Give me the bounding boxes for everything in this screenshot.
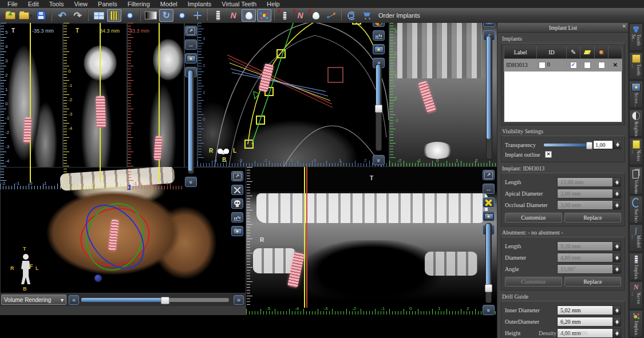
open-project-button[interactable] [3,9,17,22]
field-spinbox[interactable]: 15,00° [557,264,621,274]
menu-item[interactable]: Model [155,0,183,8]
close-icon[interactable]: ✕ [622,24,626,29]
panoramic-viewport[interactable]: T R -5-4-3-2-1012 ↗ ↔ » » [246,167,497,315]
axial-viewport[interactable]: F R L B 43210 -4-3-2-1012 ↗ » [197,0,389,167]
contrast-button[interactable] [144,9,158,22]
field-spinbox[interactable]: 3,00 mm [557,189,621,198]
open-recent-button[interactable]: ▾ [18,9,33,22]
volume-scrollbar[interactable] [81,298,229,302]
order-cart-button[interactable] [360,9,374,22]
skull-visibility-button[interactable] [231,198,243,209]
menu-item[interactable]: Help [262,0,285,8]
spinner-buttons[interactable] [613,253,621,262]
order-implants-label[interactable]: Order Implants [378,12,420,19]
snapshot-button[interactable] [483,211,495,221]
menu-item[interactable]: Virtual Teeth [216,0,262,8]
reset-view-button[interactable]: ↻ [159,9,173,22]
spinner-buttons[interactable] [613,306,621,315]
tooth-position-box[interactable] [328,67,343,82]
side-tab[interactable]: Tooth Se.. [629,23,643,51]
highlight-cell[interactable] [580,59,594,71]
layout-grid-button[interactable] [92,9,106,22]
scroll-down-button[interactable]: » [185,177,197,187]
field-spinbox[interactable]: 13,00 mm [557,177,621,187]
field-spinbox[interactable]: 3,00 mm [557,200,621,210]
lock-cell[interactable] [594,59,608,71]
panels-config-button[interactable] [107,9,121,22]
implant-graphic[interactable] [96,96,106,128]
curve-edit-button[interactable] [483,197,495,208]
scrollbar-thumb[interactable] [487,36,491,139]
spinner-buttons[interactable] [613,178,621,186]
add-implant-button[interactable]: + [278,9,292,22]
side-tab[interactable]: Brightne... [629,109,643,137]
spinner-buttons[interactable] [613,141,621,149]
arch-handle[interactable] [245,140,253,148]
slider-handle[interactable] [375,105,382,113]
zoom-tool-button[interactable] [175,9,189,22]
sagittal-viewport[interactable]: T 1, 0, IDH3013, 0° 3210-1 -2-1012 ↗ » [389,0,497,167]
side-tab[interactable]: Scree... [629,81,643,108]
slice-scrollbar[interactable] [486,35,492,160]
fit-view-button[interactable]: ↔ [483,184,495,194]
side-tab[interactable]: Volume... [629,166,643,194]
implant-table-row[interactable]: IDH3013 0 ✓ ✕ [504,59,622,71]
slice-indicator-line-red[interactable] [306,167,307,308]
implant-outline-checkbox[interactable]: ✕ [545,151,552,158]
pano-curve-button[interactable] [345,9,359,22]
cross-section-viewport-2[interactable]: T 34.3 mm 0-1-2-3-4 -10 [63,23,127,190]
add-nerve-button[interactable]: N+ [293,9,307,22]
slice-indicator-line-yellow[interactable] [304,167,305,308]
column-header-lock[interactable] [594,46,608,59]
model-tool-button[interactable] [257,9,271,22]
pan-tool-button[interactable] [190,9,204,22]
scroll-down-button[interactable]: » [373,155,385,165]
field-spinbox[interactable]: 6,20 mm [557,317,621,327]
menu-item[interactable]: Edit [23,0,44,8]
side-tab[interactable]: Tooth ... [629,52,643,79]
export-view-button[interactable]: ↗ [483,170,495,180]
column-header-highlight[interactable] [580,46,594,59]
render-mode-select[interactable]: Volume Rendering ▾ [1,295,66,305]
spinner-buttons[interactable] [613,265,621,273]
scroll-left-button[interactable]: » [69,295,79,305]
manipulator-sphere[interactable] [94,275,102,282]
menu-item[interactable]: Tools [44,0,69,8]
side-tab[interactable]: Implan... [629,253,643,280]
menu-item[interactable]: Filtering [123,0,155,8]
histogram-button[interactable] [231,212,243,222]
field-spinbox[interactable]: 9,20 mm [557,241,621,251]
scroll-right-button[interactable]: » [234,295,244,305]
snapshot-button[interactable] [231,226,243,236]
unchecked-checkbox[interactable] [598,62,605,69]
slider-handle[interactable] [485,284,492,292]
column-header-id[interactable]: ID [537,46,567,59]
scrollbar-handle[interactable] [161,297,169,304]
snapshot-button[interactable] [185,53,197,63]
slider-handle[interactable] [586,142,592,149]
transparency-value[interactable]: 1,00 [593,140,613,149]
export-view-button[interactable]: ↗ [231,171,243,181]
histogram-button[interactable] [373,30,385,41]
tooth-tool-button[interactable] [242,9,256,22]
measurement-button[interactable] [324,9,338,22]
side-tab[interactable]: N Nerve ... [629,281,643,309]
cross-slice-line-blue[interactable] [232,73,326,92]
implant-tool-button[interactable] [211,9,225,22]
field-spinbox[interactable]: 5,02 mm [557,305,621,315]
side-tab[interactable]: Notes ... [629,138,643,165]
id-checkbox[interactable] [539,62,546,69]
cut-volume-button[interactable] [231,185,243,195]
slice-scrollbar[interactable] [188,70,194,174]
replace-implant-button[interactable]: Replace [564,213,622,222]
visible-cell[interactable]: ✓ [566,59,580,71]
menu-item[interactable]: File [2,0,23,8]
scrollbar-thumb[interactable] [188,70,192,171]
add-tooth-button[interactable]: + [309,9,323,22]
customize-implant-button[interactable]: Customize [505,213,562,222]
unchecked-checkbox[interactable] [584,62,591,69]
nerve-tool-button[interactable]: N [226,9,240,22]
cross-section-viewport-1[interactable]: T -35.3 mm 543210-1-2-3-4 -2-101 [0,23,63,190]
column-header-label[interactable]: Label [504,46,537,59]
spinner-buttons[interactable] [613,317,621,326]
